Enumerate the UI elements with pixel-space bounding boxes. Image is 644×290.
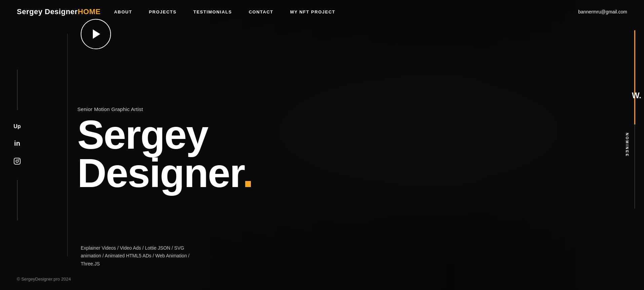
- left-decorative-line: [67, 34, 68, 256]
- orange-accent-bar: [634, 30, 635, 124]
- nav-link-nft[interactable]: MY NFT PROJECT: [290, 9, 335, 14]
- svg-point-2: [18, 159, 20, 160]
- nav-link-projects[interactable]: PROJECTS: [149, 9, 177, 14]
- nav-email[interactable]: bannermru@gmail.com: [578, 9, 627, 14]
- instagram-icon[interactable]: [13, 157, 21, 167]
- hero-name: Sergey Designer.: [77, 115, 253, 192]
- hero-skills: Explainer Videos / Video Ads / Lottie JS…: [81, 244, 189, 268]
- skills-line2: animation / Animated HTML5 ADs / Web Ani…: [81, 252, 189, 260]
- svg-point-1: [16, 160, 18, 162]
- nav-link-about[interactable]: ABOUT: [114, 9, 132, 14]
- sidebar-right-line: [635, 124, 635, 209]
- right-sidebar: W. Nominee: [626, 0, 644, 290]
- footer-copyright: © SergeyDesigner.pro 2024: [17, 277, 71, 282]
- skills-line1: Explainer Videos / Video Ads / Lottie JS…: [81, 244, 189, 252]
- hero-content: Senior Motion Graphic Artist Sergey Desi…: [77, 106, 253, 192]
- hero-name-dot: .: [242, 150, 253, 195]
- sidebar-top-line: [17, 70, 17, 110]
- skills-line3: Three.JS: [81, 260, 189, 268]
- hero-subtitle: Senior Motion Graphic Artist: [77, 106, 253, 112]
- left-sidebar: Up in: [13, 70, 21, 220]
- nav-link-testimonials[interactable]: TESTIMONIALS: [193, 9, 232, 14]
- main-nav: Sergey DesignerHOME ABOUT PROJECTS TESTI…: [0, 0, 644, 24]
- play-icon: [93, 29, 100, 39]
- logo-text-orange: HOME: [78, 7, 101, 16]
- upwork-icon[interactable]: Up: [13, 123, 21, 130]
- nav-link-contact[interactable]: CONTACT: [249, 9, 273, 14]
- sidebar-bottom-line: [17, 180, 17, 220]
- logo-text-white: Sergey Designer: [17, 7, 78, 16]
- site-logo[interactable]: Sergey DesignerHOME: [17, 7, 101, 16]
- nav-links: ABOUT PROJECTS TESTIMONIALS CONTACT MY N…: [114, 9, 578, 14]
- svg-rect-0: [14, 158, 20, 164]
- hero-name-line1: Sergey: [77, 115, 253, 154]
- nominee-label: Nominee: [625, 133, 629, 157]
- hero-name-line2: Designer.: [77, 154, 253, 192]
- linkedin-icon[interactable]: in: [14, 140, 20, 147]
- w-logo[interactable]: W.: [632, 91, 641, 100]
